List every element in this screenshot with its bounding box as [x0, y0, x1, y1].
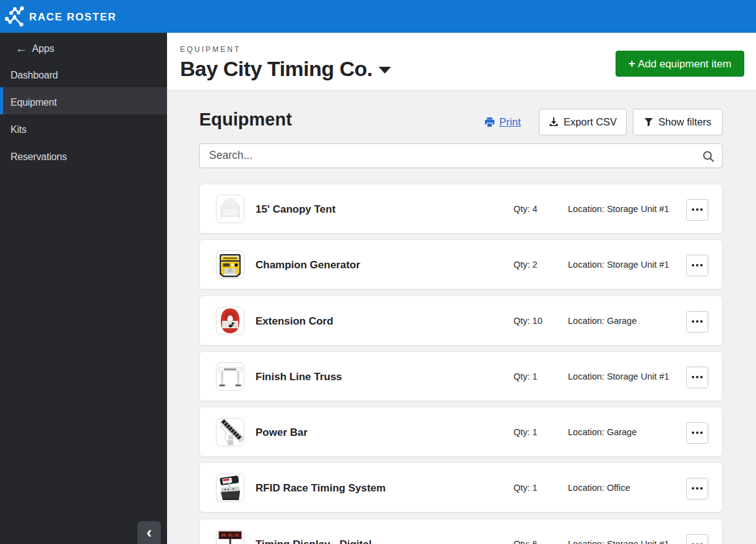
- svg-text:00:03:02: 00:03:02: [221, 533, 239, 538]
